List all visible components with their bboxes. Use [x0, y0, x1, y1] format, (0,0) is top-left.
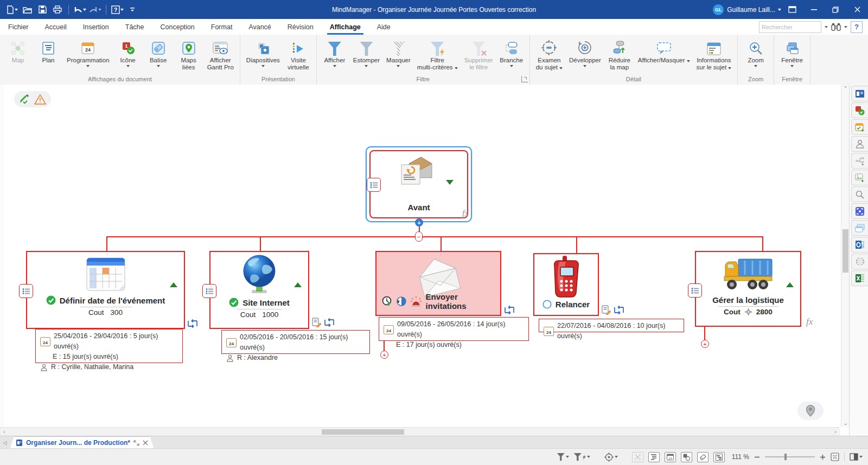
topic-envoyer-invitations[interactable]: Envoyer invitations — [375, 251, 501, 316]
map-index-pin-button[interactable] — [797, 402, 824, 420]
zoom-out-button[interactable] — [754, 454, 760, 460]
outline-view-button[interactable] — [648, 452, 660, 462]
topic-focus-button[interactable] — [604, 453, 618, 462]
scroll-down-arrow[interactable]: ⌄ — [841, 419, 850, 427]
show-filter-button[interactable]: Afficher — [320, 37, 350, 68]
expand-arrow-icon[interactable] — [294, 282, 302, 287]
collapse-branch-badge[interactable]: − — [415, 231, 423, 242]
pane-library[interactable] — [851, 86, 868, 101]
progress-complete-icon[interactable] — [46, 295, 56, 305]
virtual-tour-button[interactable]: Visite virtuelle — [283, 37, 314, 72]
help-pane-button[interactable]: ? — [851, 21, 863, 33]
hide-filter-button[interactable]: Masquer — [383, 37, 414, 68]
fit-map-button[interactable] — [831, 453, 839, 461]
notes-icon[interactable] — [202, 284, 216, 298]
search-input[interactable] — [759, 21, 821, 33]
minimize-button[interactable] — [803, 0, 825, 19]
schedule-view-button[interactable]: 24 — [665, 452, 676, 462]
open-button[interactable] — [21, 3, 34, 16]
expand-topic-badge[interactable]: + — [380, 351, 388, 359]
ribbon-display-options-button[interactable] — [781, 0, 803, 19]
pane-web[interactable] — [851, 254, 868, 269]
user-name[interactable]: Guillaume Laill... — [727, 6, 775, 14]
vertical-scrollbar[interactable]: ⌃ ⌄ — [841, 85, 850, 427]
expand-arrow-icon[interactable] — [786, 282, 794, 287]
topic-info-button[interactable]: Informations sur le sujet — [693, 37, 735, 72]
reschedule-clock-icon[interactable] — [382, 296, 393, 307]
pane-images[interactable] — [851, 170, 868, 185]
progress-50-icon[interactable] — [397, 296, 406, 306]
insert-topic-badge[interactable]: + — [415, 218, 423, 227]
pane-icon-markers[interactable] — [851, 102, 868, 118]
alert-icon[interactable] — [410, 296, 422, 307]
tab-insertion[interactable]: Insertion — [75, 19, 117, 35]
pane-excel[interactable] — [851, 270, 868, 286]
notes-icon[interactable] — [19, 284, 33, 298]
progress-none-icon[interactable] — [542, 300, 552, 309]
pane-search[interactable] — [851, 186, 868, 202]
tab-avance[interactable]: Avancé — [240, 19, 279, 35]
progress-complete-icon[interactable] — [229, 298, 239, 307]
tag-view-button[interactable]: Balise — [143, 37, 174, 68]
gantt-pro-button[interactable]: Afficher Gantt Pro — [204, 37, 237, 72]
pane-outlook[interactable] — [851, 237, 868, 253]
fade-filter-button[interactable]: Estomper — [350, 37, 383, 68]
dependency-icon[interactable] — [504, 306, 515, 315]
tab-accueil[interactable]: Accueil — [37, 19, 75, 35]
pane-resources[interactable] — [851, 136, 868, 152]
vertical-scroll-thumb[interactable] — [843, 229, 848, 273]
customize-toolbar-button[interactable] — [126, 3, 139, 16]
topic-definir-date[interactable]: Définir date de l'événement Cout300 — [26, 251, 185, 329]
tab-affichage[interactable]: Affichage — [322, 19, 369, 35]
dependency-icon[interactable] — [614, 306, 624, 315]
filter-button[interactable] — [557, 453, 569, 461]
print-button[interactable] — [51, 3, 64, 16]
branch-filter-button[interactable]: Branche — [496, 37, 527, 68]
close-tab-icon[interactable] — [143, 440, 148, 445]
pane-capture[interactable] — [851, 203, 868, 219]
scroll-up-arrow[interactable]: ⌃ — [841, 85, 850, 92]
power-filter-button[interactable] — [574, 453, 590, 461]
task-notes-icon[interactable] — [312, 318, 321, 327]
save-button[interactable] — [36, 3, 49, 16]
expand-arrow-icon[interactable] — [170, 282, 177, 287]
task-notes-icon[interactable] — [602, 305, 611, 315]
collapse-map-button[interactable]: Réduire la map — [604, 37, 635, 72]
topic-relancer[interactable]: Relancer — [533, 253, 599, 316]
pane-windows[interactable] — [851, 220, 868, 236]
topic-gerer-logistique[interactable]: Gérer la logistique Cout 2800 — [695, 251, 801, 327]
expand-topic-badge[interactable]: + — [701, 340, 709, 348]
slides-button[interactable]: Diapositives — [243, 37, 283, 68]
tasks-pane-button[interactable] — [850, 453, 863, 461]
zoom-in-button[interactable] — [820, 454, 826, 460]
window-button[interactable]: Fenêtre — [777, 37, 807, 68]
zoom-slider-thumb[interactable] — [784, 454, 787, 460]
notes-icon[interactable] — [688, 283, 702, 298]
find-binoculars-icon[interactable] — [831, 23, 841, 31]
dependency-icon[interactable] — [187, 319, 198, 328]
outline-view-button[interactable]: Plan — [33, 37, 63, 65]
horizontal-scrollbar[interactable]: ‹ › — [0, 427, 840, 436]
map-canvas[interactable]: ! Avant fx + — [0, 85, 844, 427]
scroll-left-arrow[interactable]: ‹ — [1, 428, 8, 436]
restore-button[interactable] — [825, 0, 846, 19]
collapse-arrow-icon[interactable] — [446, 180, 454, 185]
redo-button[interactable] — [88, 3, 101, 16]
dependency-icon[interactable] — [324, 318, 335, 327]
new-document-button[interactable] — [5, 3, 18, 16]
expand-button[interactable]: Développer — [566, 37, 604, 68]
icon-view-button[interactable]: 1 Icône — [113, 37, 143, 68]
close-button[interactable] — [846, 0, 868, 19]
expand-tab-icon[interactable] — [133, 440, 139, 446]
schedule-view-button[interactable]: 24 Programmation — [63, 37, 113, 68]
tab-tache[interactable]: Tâche — [117, 19, 152, 35]
linked-maps-button[interactable]: Maps liées — [174, 37, 204, 72]
filter-dialog-launcher[interactable] — [521, 76, 528, 82]
tab-scroll-left-arrow[interactable]: ◁ — [0, 437, 10, 449]
zoom-slider[interactable] — [765, 456, 815, 457]
help-button[interactable]: ? — [111, 3, 124, 16]
tab-conception[interactable]: Conception — [152, 19, 203, 35]
multi-criteria-filter-button[interactable]: Filtre multi-critères — [414, 37, 461, 72]
show-hide-button[interactable]: Afficher/Masquer — [635, 37, 693, 65]
pane-task-info[interactable] — [851, 119, 868, 135]
